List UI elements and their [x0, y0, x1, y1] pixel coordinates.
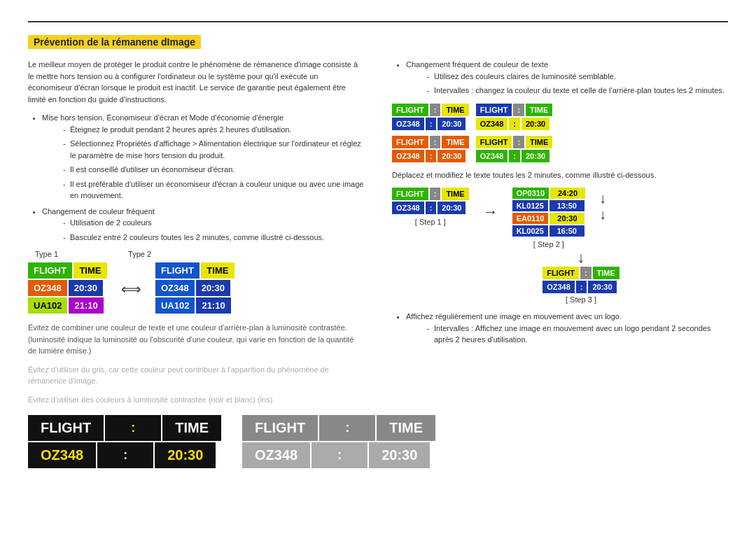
- rp2-b2-hsep: :: [513, 136, 524, 148]
- step3-hsep: :: [580, 267, 592, 279]
- rp2-b2-r2: 20:30: [522, 150, 550, 162]
- rp2-b1-r2: 20:30: [438, 150, 465, 162]
- step1-h2: TIME: [442, 188, 468, 200]
- big-gray-r2: :: [312, 442, 368, 468]
- rp2-board1: FLIGHT : TIME OZ348 : 20:30: [392, 136, 469, 162]
- type2-row1: OZ348 20:30: [155, 280, 234, 296]
- flight-boards-row: FLIGHT TIME OZ348 20:30 UA102 21:10 ⟺: [28, 262, 364, 315]
- big-black-r2: :: [97, 442, 153, 468]
- step3-h2: TIME: [593, 267, 620, 279]
- rp1-board2: FLIGHT : TIME OZ348 : 20:30: [476, 104, 553, 130]
- rp1-board1: FLIGHT : TIME OZ348 : 20:30: [392, 104, 469, 130]
- type2-r1c2: 20:30: [196, 280, 230, 296]
- rp2-b1-h1: FLIGHT: [392, 136, 428, 148]
- type2-board: FLIGHT TIME OZ348 20:30 UA102 21:10: [155, 262, 234, 315]
- big-black-h2: :: [105, 415, 161, 441]
- step2-arrows: ↓ ↓: [599, 188, 606, 223]
- dash-item: Il est conseillé d'utiliser un économise…: [63, 164, 364, 176]
- bullet-item-2: Changement de couleur fréquent Utilisati…: [42, 206, 364, 244]
- dash-item: Il est préférable d'utiliser un économis…: [63, 178, 364, 202]
- rp1-b1-h2: TIME: [442, 104, 468, 116]
- rp2-b1-row: OZ348 : 20:30: [392, 150, 469, 162]
- big-gray-r1: OZ348: [242, 442, 310, 468]
- type-labels: Type 1 Type 2: [35, 250, 364, 258]
- type2-header-time: TIME: [201, 262, 234, 279]
- type1-board: FLIGHT TIME OZ348 20:30 UA102 21:10: [28, 262, 107, 315]
- big-black-r1: OZ348: [28, 442, 96, 468]
- rp1-b2-header: FLIGHT : TIME: [476, 104, 553, 116]
- step1-row: OZ348 : 20:30: [392, 202, 469, 214]
- type1-r2c2: 21:10: [69, 297, 103, 314]
- rp1-b2-h1: FLIGHT: [476, 104, 512, 116]
- dash-list-2: Utilisation de 2 couleurs Basculez entre…: [56, 217, 364, 243]
- type2-label: Type 2: [128, 250, 151, 258]
- step3-wrapper: ↓ FLIGHT : TIME OZ348 : 20:30 [ Step 3 ]: [434, 248, 728, 304]
- step2-r4c1: KL0025: [512, 225, 548, 237]
- rp2-b1-h2: TIME: [442, 136, 468, 148]
- bullet-list: Mise hors tension, Économiseur d'écran e…: [35, 112, 364, 243]
- top-divider: [28, 21, 728, 22]
- right-board-pair-1: FLIGHT : TIME OZ348 : 20:30 FLI: [392, 104, 728, 130]
- steps-row: FLIGHT : TIME OZ348 : 20:30 [ Step 1 ] →: [392, 188, 728, 248]
- rp1-b2-r2: 20:30: [522, 118, 550, 130]
- type2-r2c1: UA102: [155, 297, 195, 314]
- step3-r2: 20:30: [588, 281, 616, 293]
- step2-r2c2: 13:50: [550, 200, 584, 211]
- right-board-pairs: FLIGHT : TIME OZ348 : 20:30 FLI: [392, 104, 728, 162]
- refresh-dash-list: Intervalles : Affichez une image en mouv…: [420, 323, 728, 346]
- step2-label: [ Step 2 ]: [533, 240, 564, 248]
- step1-board: FLIGHT : TIME OZ348 : 20:30: [392, 188, 469, 214]
- step1-header: FLIGHT : TIME: [392, 188, 469, 200]
- refresh-bullet: Affichez régulièrement une image en mouv…: [406, 311, 728, 346]
- rp2-b2-h2: TIME: [526, 136, 552, 148]
- step2-r3c1: EA0110: [512, 213, 549, 224]
- big-gray-h2: :: [319, 415, 375, 441]
- rp1-b1-hsep: :: [430, 104, 441, 116]
- rp2-b2-rsep: :: [509, 150, 520, 162]
- rp1-b1-rsep: :: [426, 118, 437, 130]
- big-black-h3: TIME: [162, 415, 221, 441]
- type1-label: Type 1: [35, 250, 58, 258]
- right-bullet-1: Changement fréquent de couleur de texte …: [406, 59, 728, 97]
- type1-header: FLIGHT TIME: [28, 262, 107, 279]
- dash-item: Éteignez le produit pendant 2 heures apr…: [63, 124, 364, 136]
- swap-arrow-icon: ⟺: [121, 281, 141, 297]
- step1-section: FLIGHT : TIME OZ348 : 20:30 [ Step 1 ]: [392, 188, 469, 226]
- step2-r4c2: 16:50: [550, 225, 584, 237]
- step3-label: [ Step 3 ]: [566, 295, 596, 304]
- refresh-bullets: Affichez régulièrement une image en mouv…: [399, 311, 728, 346]
- section-title: Prévention de la rémanene dImage: [28, 35, 201, 49]
- step1-label: [ Step 1 ]: [415, 218, 446, 226]
- avoid-note1: Évitez de combiner une couleur de texte …: [28, 322, 364, 357]
- rp2-b2-r1: OZ348: [476, 150, 508, 162]
- type1-r1c2: 20:30: [69, 280, 103, 296]
- right-bullet-list: Changement fréquent de couleur de texte …: [399, 59, 728, 97]
- rp2-b1-hsep: :: [430, 136, 441, 148]
- big-black-h1: FLIGHT: [28, 415, 104, 441]
- step1-r1: OZ348: [392, 202, 424, 214]
- type1-row1: OZ348 20:30: [28, 280, 107, 296]
- rp2-b1-r1: OZ348: [392, 150, 424, 162]
- big-board-black: FLIGHT : TIME OZ348 : 20:30: [28, 415, 221, 468]
- step2-row1: OP0310 24:20: [512, 188, 585, 199]
- rp1-b2-rsep: :: [509, 118, 520, 130]
- step1-rsep: :: [426, 202, 437, 214]
- step2-row3: EA0110 20:30: [512, 213, 585, 224]
- step3-board: FLIGHT : TIME OZ348 : 20:30: [542, 267, 620, 293]
- type2-row2: UA102 21:10: [155, 297, 234, 314]
- move-note: Déplacez et modifiez le texte toutes les…: [392, 169, 728, 181]
- step3-rsep: :: [576, 281, 587, 293]
- big-gray-h1: FLIGHT: [242, 415, 318, 441]
- type1-r1c1: OZ348: [28, 280, 67, 296]
- rp2-b2-row: OZ348 : 20:30: [476, 150, 553, 162]
- rp2-b1-rsep: :: [426, 150, 437, 162]
- step1-h1: FLIGHT: [392, 188, 428, 200]
- step3-h1: FLIGHT: [542, 267, 579, 279]
- avoid-note3: Évitez d'utiliser des couleurs à luminos…: [28, 394, 364, 406]
- rp1-b2-row: OZ348 : 20:30: [476, 118, 553, 130]
- type1-header-time: TIME: [74, 262, 107, 279]
- type2-header-flight: FLIGHT: [155, 262, 200, 279]
- rp1-b1-r1: OZ348: [392, 118, 424, 130]
- left-column: Le meilleur moyen de protéger le produit…: [28, 59, 364, 468]
- step2-r2c1: KL0125: [512, 200, 548, 211]
